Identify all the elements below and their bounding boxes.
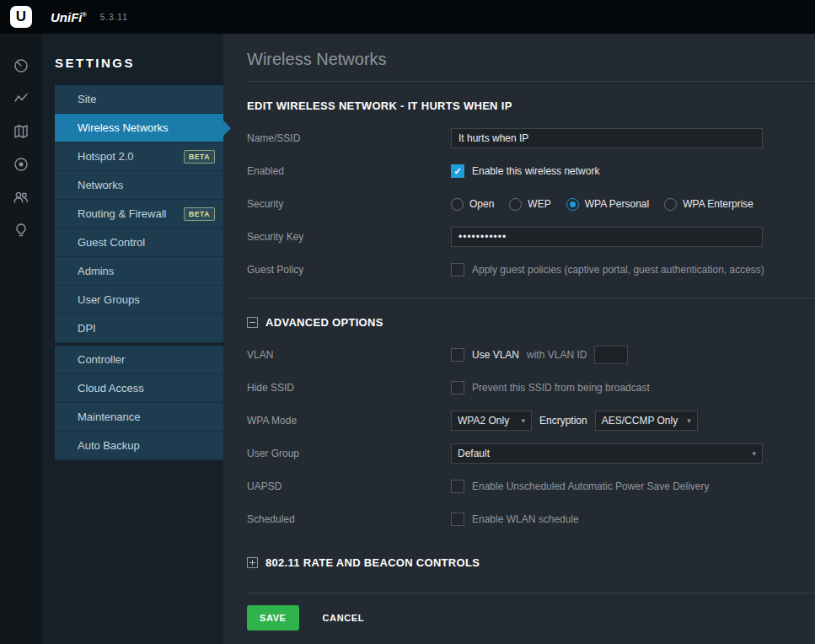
- rate-beacon-header[interactable]: 802.11 RATE AND BEACON CONTROLS: [247, 556, 815, 569]
- sidebar-item-site[interactable]: Site: [55, 85, 223, 114]
- hide-ssid-text: Prevent this SSID from being broadcast: [472, 382, 650, 394]
- radio-icon[interactable]: [664, 198, 677, 211]
- security-option-wpa-enterprise[interactable]: WPA Enterprise: [664, 198, 753, 211]
- wpa-mode-value: WPA2 Only: [458, 415, 509, 427]
- sidebar-item-dpi[interactable]: DPI: [55, 314, 223, 343]
- hide-ssid-checkbox[interactable]: [451, 381, 464, 394]
- radio-label: WPA Personal: [585, 198, 649, 210]
- encryption-label: Encryption: [539, 415, 587, 427]
- sidebar-item-label: DPI: [78, 322, 223, 335]
- settings-title: SETTINGS: [42, 34, 223, 85]
- radio-icon-selected[interactable]: [566, 198, 579, 211]
- divider: [247, 81, 815, 82]
- encryption-value: AES/CCMP Only: [602, 415, 678, 427]
- guest-policy-row: Guest Policy Apply guest policies (capti…: [247, 260, 815, 280]
- sidebar-item-guest-control[interactable]: Guest Control: [55, 228, 223, 257]
- divider: [247, 593, 815, 593]
- radio-icon[interactable]: [451, 198, 464, 211]
- vlan-id-input[interactable]: [594, 346, 628, 364]
- security-key-row: Security Key: [247, 227, 815, 247]
- sidebar-item-user-groups[interactable]: User Groups: [55, 286, 223, 314]
- devices-icon[interactable]: [0, 148, 42, 180]
- radio-icon[interactable]: [509, 198, 522, 211]
- hide-ssid-row: Hide SSID Prevent this SSID from being b…: [247, 378, 815, 398]
- radio-label: Open: [469, 198, 494, 210]
- chevron-down-icon: ▾: [752, 449, 756, 458]
- sidebar-item-label: Guest Control: [78, 236, 223, 249]
- sidebar-item-routing-firewall[interactable]: Routing & FirewallBETA: [55, 200, 223, 228]
- expand-icon[interactable]: [247, 557, 258, 568]
- radio-label: WEP: [528, 198, 550, 210]
- settings-sidebar: SETTINGS Site Wireless Networks Hotspot …: [42, 34, 223, 644]
- sidebar-item-wireless-networks[interactable]: Wireless Networks: [55, 114, 223, 142]
- topbar: U UniFi® 5.3.11: [0, 0, 815, 34]
- guest-policy-label: Guest Policy: [247, 264, 451, 276]
- sidebar-item-networks[interactable]: Networks: [55, 171, 223, 200]
- brand-name: UniFi®: [51, 10, 87, 24]
- guest-policy-text: Apply guest policies (captive portal, gu…: [472, 264, 764, 276]
- sidebar-item-label: Admins: [78, 265, 223, 277]
- name-ssid-input[interactable]: [451, 128, 763, 148]
- sidebar-item-label: Hotspot 2.0: [78, 150, 184, 163]
- security-option-wep[interactable]: WEP: [509, 198, 550, 211]
- encryption-select[interactable]: AES/CCMP Only ▾: [595, 411, 698, 431]
- security-key-input[interactable]: [451, 227, 763, 247]
- wpa-mode-label: WPA Mode: [247, 415, 451, 427]
- advanced-options-header[interactable]: ADVANCED OPTIONS: [247, 316, 815, 329]
- use-vlan-checkbox[interactable]: [451, 348, 464, 362]
- security-option-open[interactable]: Open: [451, 198, 494, 211]
- uapsd-checkbox[interactable]: [451, 480, 464, 493]
- unifi-logo-mark: U: [10, 6, 32, 28]
- sidebar-item-label: Controller: [78, 353, 223, 366]
- sidebar-item-label: Routing & Firewall: [78, 207, 184, 220]
- use-vlan-text: Use VLAN: [472, 349, 519, 361]
- nav-rail: [0, 34, 42, 644]
- settings-menu: Site Wireless Networks Hotspot 2.0BETA N…: [55, 85, 223, 460]
- user-group-value: Default: [458, 448, 490, 459]
- sidebar-item-admins[interactable]: Admins: [55, 257, 223, 286]
- insights-icon[interactable]: [0, 213, 42, 246]
- wpa-mode-select[interactable]: WPA2 Only ▾: [451, 411, 532, 431]
- sidebar-item-label: Wireless Networks: [78, 121, 223, 134]
- version-label: 5.3.11: [100, 13, 128, 22]
- collapse-icon[interactable]: [247, 317, 258, 328]
- beta-badge: BETA: [184, 150, 215, 164]
- unifi-logo[interactable]: U: [0, 6, 42, 28]
- brand-text: UniFi: [51, 10, 83, 24]
- sidebar-item-controller[interactable]: Controller: [55, 346, 223, 374]
- map-icon[interactable]: [0, 115, 42, 148]
- uapsd-text: Enable Unscheduled Automatic Power Save …: [472, 480, 709, 492]
- form-actions: SAVE CANCEL: [247, 605, 815, 631]
- beta-badge: BETA: [184, 207, 215, 221]
- clients-icon[interactable]: [0, 180, 42, 213]
- enabled-label: Enabled: [247, 165, 451, 177]
- advanced-options-title: ADVANCED OPTIONS: [265, 316, 383, 329]
- radio-label: WPA Enterprise: [683, 198, 753, 210]
- uapsd-row: UAPSD Enable Unscheduled Automatic Power…: [247, 476, 815, 496]
- scheduled-checkbox[interactable]: [451, 513, 464, 526]
- vlan-id-label: with VLAN ID: [527, 349, 587, 361]
- statistics-icon[interactable]: [0, 82, 42, 115]
- scheduled-text: Enable WLAN schedule: [472, 513, 579, 525]
- sidebar-item-label: Site: [78, 93, 223, 105]
- main-content: Wireless Networks EDIT WIRELESS NETWORK …: [223, 34, 815, 644]
- sidebar-item-auto-backup[interactable]: Auto Backup: [55, 432, 223, 460]
- scheduled-row: Scheduled Enable WLAN schedule: [247, 509, 815, 529]
- sidebar-item-maintenance[interactable]: Maintenance: [55, 403, 223, 432]
- enabled-checkbox[interactable]: [451, 164, 464, 178]
- sidebar-item-cloud-access[interactable]: Cloud Access: [55, 374, 223, 403]
- sidebar-item-label: Cloud Access: [78, 382, 223, 394]
- guest-policy-checkbox[interactable]: [451, 263, 464, 276]
- chevron-down-icon: ▾: [521, 416, 525, 425]
- rate-beacon-title: 802.11 RATE AND BEACON CONTROLS: [265, 556, 480, 569]
- cancel-button[interactable]: CANCEL: [318, 612, 369, 624]
- sidebar-item-hotspot[interactable]: Hotspot 2.0BETA: [55, 142, 223, 171]
- save-button[interactable]: SAVE: [247, 605, 299, 631]
- divider: [247, 298, 815, 298]
- user-group-select[interactable]: Default ▾: [451, 443, 763, 464]
- enabled-text: Enable this wireless network: [472, 165, 599, 177]
- scheduled-label: Scheduled: [247, 513, 451, 525]
- dashboard-icon[interactable]: [0, 49, 42, 82]
- security-option-wpa-personal[interactable]: WPA Personal: [566, 198, 649, 211]
- vlan-row: VLAN Use VLAN with VLAN ID: [247, 345, 815, 365]
